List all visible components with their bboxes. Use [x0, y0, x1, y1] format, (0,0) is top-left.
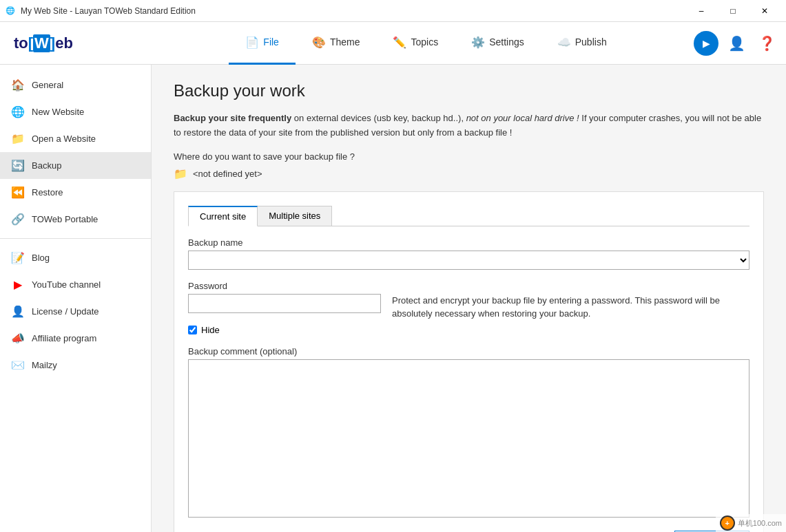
where-label: Where do you want to save your backup fi… — [174, 151, 764, 162]
top-navbar: to[W]eb 📄 File 🎨 Theme ✏️ Topics ⚙️ Sett… — [0, 22, 786, 65]
folder-row: 📁 <not defined yet> — [174, 167, 764, 180]
sidebar-item-license-update[interactable]: 👤 License / Update — [0, 298, 151, 325]
tab-theme-label: Theme — [330, 36, 360, 47]
tab-publish-label: Publish — [575, 36, 607, 47]
tab-topics[interactable]: ✏️ Topics — [376, 22, 455, 65]
tab-current-site[interactable]: Current site — [188, 206, 258, 226]
tab-theme[interactable]: 🎨 Theme — [296, 22, 377, 65]
sidebar-item-mailzy[interactable]: ✉️ Mailzy — [0, 352, 151, 379]
tab-settings[interactable]: ⚙️ Settings — [455, 22, 541, 65]
nav-tabs: 📄 File 🎨 Theme ✏️ Topics ⚙️ Settings ☁️ … — [158, 22, 694, 65]
youtube-icon: ▶ — [11, 278, 25, 291]
nav-right: ▶ 👤 ❓ — [694, 31, 779, 56]
tab-settings-label: Settings — [489, 36, 524, 47]
password-desc: Protect and encrypt your backup file by … — [392, 294, 749, 321]
sidebar-label-general: General — [32, 80, 63, 90]
backup-name-select[interactable] — [188, 251, 749, 270]
file-icon: 📄 — [245, 36, 259, 49]
folder-icon: 📁 — [174, 167, 187, 180]
logo-area: to[W]eb — [7, 34, 158, 52]
watermark-text: 单机100.com — [738, 518, 782, 529]
restore-icon: ⏪ — [11, 186, 25, 199]
sidebar-label-license-update: License / Update — [32, 306, 99, 317]
portable-icon: 🔗 — [11, 213, 25, 226]
backup-name-group: Backup name — [188, 237, 749, 270]
play-button[interactable]: ▶ — [694, 31, 718, 56]
topics-icon: ✏️ — [393, 36, 406, 49]
sidebar-label-affiliate-program: Affiliate program — [32, 333, 96, 343]
blog-icon: 📝 — [11, 251, 25, 264]
info-bold: Backup your site frequently — [174, 113, 291, 123]
comment-group: Backup comment (optional) — [188, 346, 749, 520]
tab-publish[interactable]: ☁️ Publish — [541, 22, 623, 65]
comment-label: Backup comment (optional) — [188, 346, 749, 357]
main-layout: 🏠 General 🌐 New Website 📁 Open a Website… — [0, 65, 786, 532]
hide-row: Hide — [188, 325, 749, 335]
account-button[interactable]: 👤 — [724, 31, 749, 56]
help-button[interactable]: ❓ — [754, 31, 779, 56]
minimize-button[interactable]: – — [685, 0, 717, 22]
sidebar-item-youtube-channel[interactable]: ▶ YouTube channel — [0, 271, 151, 298]
sidebar-item-backup[interactable]: 🔄 Backup — [0, 152, 151, 179]
hide-label[interactable]: Hide — [201, 325, 220, 335]
window-title: My Web Site - Lauyan TOWeb Standard Edit… — [21, 6, 196, 16]
watermark-icon: + — [720, 515, 735, 531]
password-input[interactable] — [188, 294, 381, 313]
publish-icon: ☁️ — [557, 36, 571, 49]
sidebar: 🏠 General 🌐 New Website 📁 Open a Website… — [0, 65, 152, 532]
window-controls: – □ ✕ — [685, 0, 780, 22]
sidebar-label-youtube-channel: YouTube channel — [32, 279, 101, 290]
password-group: Password Protect and encrypt your backup… — [188, 281, 749, 335]
globe-icon: 🌐 — [11, 105, 25, 118]
settings-icon: ⚙️ — [471, 36, 485, 49]
home-icon: 🏠 — [11, 78, 25, 92]
sidebar-label-open-website: Open a Website — [32, 134, 96, 144]
content-area: Backup your work Backup your site freque… — [152, 65, 786, 532]
password-label: Password — [188, 281, 749, 291]
backup-icon: 🔄 — [11, 159, 25, 172]
password-row: Protect and encrypt your backup file by … — [188, 294, 749, 321]
mailzy-icon: ✉️ — [11, 359, 25, 372]
tab-file-label: File — [263, 36, 279, 47]
app-icon: 🌐 — [6, 6, 15, 15]
folder-open-icon: 📁 — [11, 132, 25, 145]
tab-multiple-sites[interactable]: Multiple sites — [257, 206, 332, 226]
tab-topics-label: Topics — [411, 36, 438, 47]
sidebar-item-new-website[interactable]: 🌐 New Website — [0, 98, 151, 125]
info-rest: on external devices (usb key, backup hd.… — [291, 113, 466, 123]
sidebar-item-general[interactable]: 🏠 General — [0, 72, 151, 98]
titlebar: 🌐 My Web Site - Lauyan TOWeb Standard Ed… — [0, 0, 786, 22]
sidebar-label-blog: Blog — [32, 253, 50, 263]
maximize-button[interactable]: □ — [717, 0, 749, 22]
comment-textarea[interactable] — [188, 359, 749, 518]
sidebar-label-restore: Restore — [32, 187, 63, 198]
sidebar-item-blog[interactable]: 📝 Blog — [0, 244, 151, 271]
theme-icon: 🎨 — [312, 36, 326, 49]
backup-name-label: Backup name — [188, 237, 749, 248]
sidebar-label-new-website: New Website — [32, 107, 84, 117]
backup-panel: Current site Multiple sites Backup name … — [174, 191, 764, 532]
affiliate-icon: 📣 — [11, 332, 25, 345]
sidebar-label-toweb-portable: TOWeb Portable — [32, 214, 98, 224]
backup-tabs: Current site Multiple sites — [188, 206, 749, 226]
titlebar-left: 🌐 My Web Site - Lauyan TOWeb Standard Ed… — [6, 6, 196, 16]
app-logo: to[W]eb — [14, 34, 73, 52]
sidebar-item-toweb-portable[interactable]: 🔗 TOWeb Portable — [0, 206, 151, 233]
watermark: + 单机100.com — [716, 514, 786, 532]
sidebar-label-backup: Backup — [32, 160, 61, 171]
page-title: Backup your work — [174, 81, 764, 100]
sidebar-item-restore[interactable]: ⏪ Restore — [0, 179, 151, 206]
sidebar-item-open-website[interactable]: 📁 Open a Website — [0, 125, 151, 152]
close-button[interactable]: ✕ — [749, 0, 780, 22]
license-icon: 👤 — [11, 305, 25, 318]
sidebar-item-affiliate-program[interactable]: 📣 Affiliate program — [0, 325, 151, 352]
hide-checkbox[interactable] — [188, 326, 197, 334]
sidebar-divider-1 — [0, 238, 151, 239]
folder-path: <not defined yet> — [193, 169, 262, 179]
info-box: Backup your site frequently on external … — [174, 111, 764, 140]
sidebar-label-mailzy: Mailzy — [32, 360, 57, 370]
tab-file[interactable]: 📄 File — [229, 22, 296, 65]
info-italic: not on your local hard drive ! — [466, 113, 579, 123]
